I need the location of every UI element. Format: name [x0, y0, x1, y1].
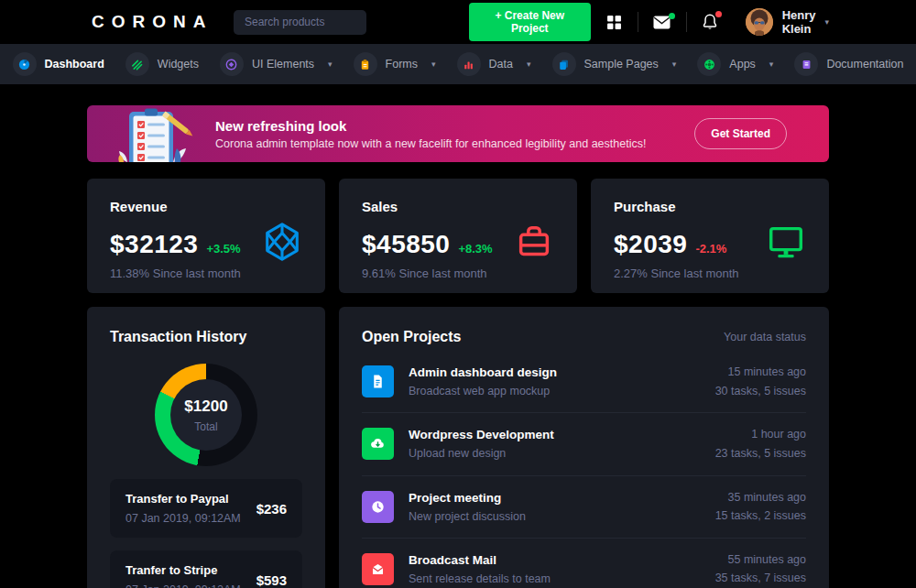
nav-item-dashboard[interactable]: Dashboard [9, 52, 108, 76]
file-icon [362, 365, 394, 397]
transaction-amount: $236 [256, 501, 287, 517]
stat-title: Purchase [614, 199, 806, 214]
project-tasks-issues: 23 tasks, 5 issues [715, 444, 806, 463]
project-title: Broadcast Mail [409, 553, 551, 567]
transaction-row[interactable]: Transfer to Paypal 07 Jan 2019, 09:12AM … [110, 479, 302, 538]
user-avatar[interactable] [746, 8, 773, 36]
stat-note: 9.61% Since last month [362, 267, 554, 280]
clipboard-illustration [102, 107, 207, 162]
apps-grid-icon[interactable] [591, 15, 638, 30]
open-projects-card: Open Projects Your data status Admin das… [339, 307, 829, 588]
get-started-button[interactable]: Get Started [694, 118, 787, 149]
project-subtitle: Sent release details to team [409, 572, 551, 585]
project-time: 35 minutes ago [715, 488, 806, 507]
copy-pages-icon [552, 52, 576, 76]
nav-label: UI Elements [252, 58, 314, 71]
donut-total-label: Total [194, 420, 217, 433]
banner-subtitle: Corona admin template now with a new fac… [215, 137, 646, 150]
nav-item-documentation[interactable]: Documentation [791, 52, 907, 76]
user-name[interactable]: Henry Klein [782, 8, 820, 36]
nav-item-sample-pages[interactable]: Sample Pages ▾ [549, 52, 681, 76]
nav-item-data[interactable]: Data ▾ [453, 52, 535, 76]
nav-label: Dashboard [45, 58, 104, 71]
create-new-project-button[interactable]: + Create New Project [469, 3, 591, 41]
clock-icon [362, 491, 394, 523]
topbar: CORONA + Create New Project Henry Klein … [0, 0, 916, 44]
project-time: 55 minutes ago [715, 550, 806, 570]
transaction-name: Transfer to Paypal [125, 492, 241, 506]
cube-icon [261, 221, 303, 267]
clipboard-icon [354, 52, 377, 76]
ui-elements-icon [220, 52, 244, 76]
project-row[interactable]: Project meeting New project discussion 3… [362, 476, 806, 539]
nav-item-widgets[interactable]: Widgets [122, 52, 202, 76]
stat-note: 2.27% Since last month [614, 267, 806, 280]
banner-text: New refreshing look Corona admin templat… [215, 118, 646, 150]
project-row[interactable]: Broadcast Mail Sent release details to t… [362, 539, 806, 588]
chevron-down-icon: ▾ [527, 60, 531, 69]
transaction-donut-chart: $1200 Total [155, 364, 257, 466]
notifications-bell-icon[interactable] [687, 14, 733, 30]
nav-label: Sample Pages [584, 58, 659, 71]
apps-icon [697, 52, 721, 76]
nav-label: Forms [386, 58, 418, 71]
stat-change: +3.5% [206, 242, 240, 256]
topbar-actions: Henry Klein ▾ [591, 8, 829, 36]
stat-note: 11.38% Since last month [110, 267, 302, 280]
stat-title: Revenue [110, 199, 302, 214]
project-title: Admin dashboard design [409, 365, 557, 379]
chevron-down-icon: ▾ [769, 60, 774, 69]
user-menu-caret-icon[interactable]: ▾ [824, 17, 829, 27]
bar-chart-icon [457, 52, 481, 76]
stat-value: $45850 [362, 230, 450, 259]
transaction-amount: $593 [256, 572, 287, 588]
envelope-open-icon [362, 553, 394, 585]
transaction-history-card: Transaction History $1200 Total Transfer… [87, 307, 325, 588]
transaction-row[interactable]: Tranfer to Stripe 07 Jan 2019, 09:12AM $… [110, 550, 302, 588]
widgets-icon [125, 52, 149, 76]
project-subtitle: Broadcast web app mockup [409, 385, 557, 397]
project-row[interactable]: Wordpress Development Upload new design … [362, 413, 806, 475]
stats-row: Revenue $32123 +3.5% 11.38% Since last m… [87, 179, 829, 293]
revenue-card: Revenue $32123 +3.5% 11.38% Since last m… [87, 179, 325, 293]
chevron-down-icon: ▾ [328, 60, 333, 69]
data-status-label: Your data status [724, 331, 806, 343]
brand-logo[interactable]: CORONA [92, 12, 234, 32]
project-tasks-issues: 35 tasks, 7 issues [715, 569, 806, 588]
stat-change: -2.1% [695, 242, 726, 256]
nav-item-forms[interactable]: Forms ▾ [350, 52, 440, 76]
banner-title: New refreshing look [215, 118, 646, 134]
nav-item-apps[interactable]: Apps ▾ [693, 52, 777, 76]
project-tasks-issues: 30 tasks, 5 issues [715, 382, 806, 401]
project-time: 15 minutes ago [715, 363, 806, 382]
nav-label: Data [489, 58, 513, 71]
notification-dot [715, 11, 722, 17]
transaction-date: 07 Jan 2019, 09:12AM [125, 512, 241, 525]
briefcase-icon [513, 221, 555, 267]
speedometer-icon [13, 52, 37, 76]
mail-status-dot [669, 13, 675, 19]
project-list: Admin dashboard design Broadcast web app… [362, 351, 806, 588]
transaction-name: Tranfer to Stripe [125, 563, 241, 577]
open-projects-header: Open Projects Your data status [362, 329, 806, 345]
monitor-icon [765, 221, 807, 267]
open-projects-title: Open Projects [362, 329, 461, 345]
transaction-history-title: Transaction History [110, 329, 302, 345]
project-title: Project meeting [409, 491, 526, 505]
main-navbar: Dashboard Widgets UI Elements ▾ Forms ▾ … [0, 44, 916, 84]
stat-value: $32123 [110, 230, 198, 259]
nav-label: Documentation [826, 58, 903, 71]
search-input[interactable] [234, 10, 366, 35]
project-subtitle: New project discussion [409, 510, 526, 523]
mail-icon[interactable] [638, 16, 686, 29]
donut-total-value: $1200 [184, 397, 227, 416]
purchase-card: Purchase $2039 -2.1% 2.27% Since last mo… [591, 179, 829, 293]
project-row[interactable]: Admin dashboard design Broadcast web app… [362, 351, 806, 413]
bottom-row: Transaction History $1200 Total Transfer… [87, 307, 829, 588]
nav-label: Apps [729, 58, 756, 71]
transaction-date: 07 Jan 2019, 09:12AM [125, 583, 241, 588]
project-subtitle: Upload new design [409, 447, 554, 460]
project-tasks-issues: 15 tasks, 2 issues [715, 506, 806, 526]
nav-item-ui-elements[interactable]: UI Elements ▾ [216, 52, 336, 76]
announcement-banner: New refreshing look Corona admin templat… [87, 105, 829, 162]
